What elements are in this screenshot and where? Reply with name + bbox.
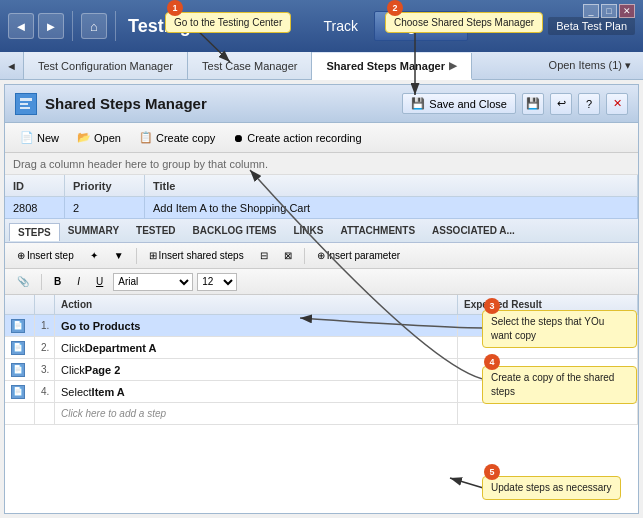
step-action-4: Select Item A [55,381,458,402]
tab-tested[interactable]: TESTED [128,222,184,239]
help-button[interactable]: ? [578,93,600,115]
tab-links[interactable]: LINKS [285,222,332,239]
attach-icon-button[interactable]: 📎 [11,274,35,289]
nav-bar: ◄ ► ⌂ Testing Center ▾ ◄ Track Organize … [0,0,643,52]
svg-rect-1 [20,103,28,105]
step-num-1: 1. [35,315,55,336]
new-icon: 📄 [20,131,34,144]
step-num-2: 2. [35,337,55,358]
step-up-button[interactable]: ✦ [84,248,104,263]
callout-text-4: Create a copy of the shared steps [482,366,637,404]
main-toolbar: 📄 New 📂 Open 📋 Create copy ⏺ Create acti… [5,123,638,153]
callout-number-5: 5 [484,464,500,480]
step-down-button[interactable]: ▼ [108,248,130,263]
steps-toolbar-1: ⊕ Insert step ✦ ▼ ⊞ Insert shared steps … [5,243,638,269]
minimize-button[interactable]: _ [583,4,599,18]
step-star-icon: ✦ [90,250,98,261]
size-select[interactable]: 12 14 [197,273,237,291]
close-button[interactable]: ✕ [606,93,628,115]
step-icon-3: 📄 [11,363,25,377]
tab-associated[interactable]: ASSOCIATED A... [424,222,524,239]
new-button[interactable]: 📄 New [13,128,66,147]
callout-text-1: Go to the Testing Center [165,12,291,33]
attach-icon: 📎 [17,276,29,287]
click-here-text[interactable]: Click here to add a step [55,403,458,424]
shared-icon-btn2[interactable]: ⊠ [278,248,298,263]
forward-button[interactable]: ► [38,13,64,39]
track-button[interactable]: Track [312,14,370,38]
home-button[interactable]: ⌂ [81,13,107,39]
tab-test-case[interactable]: Test Case Manager [188,52,312,79]
callout-text-2: Choose Shared Steps Manager [385,12,543,33]
shared-icon-btn1[interactable]: ⊟ [254,248,274,263]
cell-id: 2808 [5,197,65,218]
tab-test-config[interactable]: Test Configuration Manager [24,52,188,79]
tab-nav-left[interactable]: ◄ [0,52,24,79]
callout-2: 2 Choose Shared Steps Manager [385,8,543,33]
save-icon: 💾 [411,97,425,110]
callout-5: 5 Update steps as necessary [482,472,621,500]
callout-4: 4 Create a copy of the shared steps [482,362,637,404]
discard-button[interactable]: ↩ [550,93,572,115]
step-down-icon: ▼ [114,250,124,261]
open-button[interactable]: 📂 Open [70,128,128,147]
callout-number-2: 2 [387,0,403,16]
insert-step-button[interactable]: ⊕ Insert step [11,248,80,263]
step-num-3: 3. [35,359,55,380]
shared-icon: ⊞ [149,250,157,261]
main-content: Shared Steps Manager 💾 Save and Close 💾 … [4,84,639,514]
copy-icon: 📋 [139,131,153,144]
step-attach-3: 📄 [5,359,35,380]
tab-steps[interactable]: STEPS [9,223,60,241]
tab-bar: ◄ Test Configuration Manager Test Case M… [0,52,643,80]
tab-attachments[interactable]: ATTACHMENTS [332,222,424,239]
insert-step-icon: ⊕ [17,250,25,261]
callout-text-3: Select the steps that YOu want copy [482,310,637,348]
shared-btn-icon1: ⊟ [260,250,268,261]
step-icon-4: 📄 [11,385,25,399]
step-attach-2: 📄 [5,337,35,358]
tab-summary[interactable]: SUMMARY [60,222,128,239]
back-button[interactable]: ◄ [8,13,34,39]
add-step-row[interactable]: Click here to add a step [5,403,638,425]
tab-shared-steps[interactable]: Shared Steps Manager ▶ [312,53,472,80]
active-tab-chevron: ▶ [449,60,457,71]
close-window-button[interactable]: ✕ [619,4,635,18]
click-here-attach [5,403,35,424]
stb-sep1 [136,248,137,264]
save-close-button[interactable]: 💾 Save and Close [402,93,516,114]
nav-sep2 [115,11,116,41]
shared-steps-icon [15,93,37,115]
save-button[interactable]: 💾 [522,93,544,115]
table-header: ID Priority Title [5,175,638,197]
steps-tabs: STEPS SUMMARY TESTED BACKLOG ITEMS LINKS… [5,219,638,243]
step-icon-2: 📄 [11,341,25,355]
click-here-num [35,403,55,424]
step-action-3: Click Page 2 [55,359,458,380]
callout-1: 1 Go to the Testing Center [165,8,291,33]
window-controls: _ □ ✕ [583,4,635,18]
stb-sep3 [41,274,42,290]
svg-rect-0 [20,98,32,101]
open-items-dropdown[interactable]: Open Items (1) ▾ [537,52,643,79]
insert-shared-steps-button[interactable]: ⊞ Insert shared steps [143,248,250,263]
step-icon-1: 📄 [11,319,25,333]
step-num-4: 4. [35,381,55,402]
font-select[interactable]: Arial Segoe UI [113,273,193,291]
maximize-button[interactable]: □ [601,4,617,18]
tab-backlog[interactable]: BACKLOG ITEMS [185,222,286,239]
shared-btn-icon2: ⊠ [284,250,292,261]
table-row[interactable]: 2808 2 Add Item A to the Shopping Cart [5,197,638,219]
bold-button[interactable]: B [48,274,67,289]
col-action: Action [55,295,458,314]
create-action-button[interactable]: ⏺ Create action recording [226,129,368,147]
italic-button[interactable]: I [71,274,86,289]
beta-label: Beta Test Plan [548,17,635,35]
underline-button[interactable]: U [90,274,109,289]
col-id: ID [5,175,65,196]
callout-number-1: 1 [167,0,183,16]
create-copy-button[interactable]: 📋 Create copy [132,128,222,147]
callout-number-3: 3 [484,298,500,314]
nav-sep1 [72,11,73,41]
insert-parameter-button[interactable]: ⊕ Insert parameter [311,248,406,263]
